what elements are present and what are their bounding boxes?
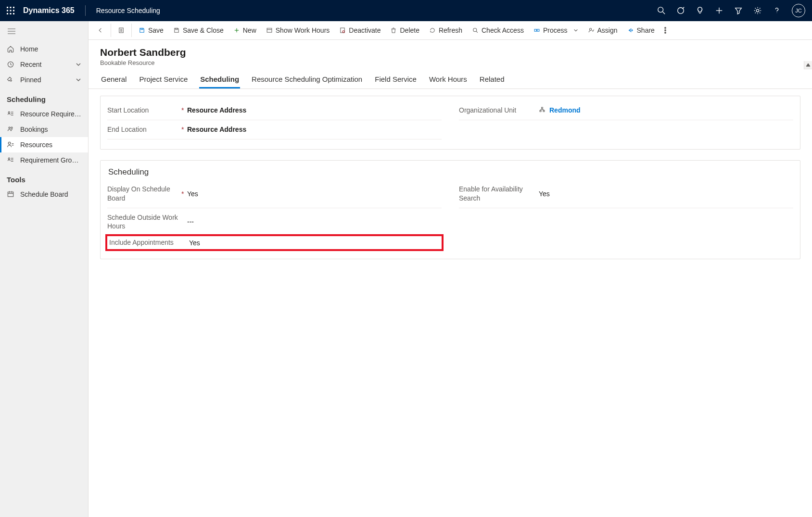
field-value[interactable]: Yes — [539, 190, 793, 198]
field-value[interactable]: --- — [187, 218, 442, 226]
org-unit-icon — [539, 106, 546, 114]
field-schedule-outside-work-hours[interactable]: Schedule Outside Work Hours --- — [107, 208, 442, 237]
field-value[interactable]: Yes — [189, 239, 440, 247]
field-value[interactable]: Redmond — [539, 106, 793, 114]
svg-rect-43 — [141, 28, 143, 30]
field-label: Start Location — [107, 106, 180, 115]
field-enable-availability-search[interactable]: Enable for Availability Search Yes — [459, 180, 793, 208]
save-button[interactable]: Save — [134, 24, 168, 37]
separator — [111, 24, 111, 37]
sidebar-label: Requirement Groups — [20, 156, 81, 164]
tab-field-service[interactable]: Field Service — [374, 72, 418, 88]
sidebar-item-resource-requirements[interactable]: Resource Requireme… — [0, 106, 88, 122]
filter-icon[interactable] — [734, 6, 743, 15]
tab-general[interactable]: General — [100, 72, 127, 88]
save-close-button[interactable]: Save & Close — [168, 24, 228, 37]
sidebar-label: Resource Requireme… — [20, 110, 81, 118]
sidebar-item-recent[interactable]: Recent — [0, 57, 88, 72]
svg-point-27 — [11, 127, 13, 128]
svg-point-60 — [665, 30, 666, 31]
cmd-label: Process — [543, 26, 568, 34]
field-label: Include Appointments — [109, 238, 182, 247]
tab-related[interactable]: Related — [479, 72, 506, 88]
field-value[interactable]: Resource Address — [187, 126, 442, 133]
help-icon[interactable] — [773, 6, 781, 15]
cmd-label: Deactivate — [349, 26, 381, 34]
svg-rect-1 — [10, 7, 12, 8]
tab-rso[interactable]: Resource Scheduling Optimization — [251, 72, 363, 88]
svg-point-50 — [343, 31, 344, 33]
record-title: Norbert Sandberg — [100, 47, 800, 58]
sidebar-label: Schedule Board — [20, 190, 81, 198]
field-value[interactable]: Yes — [187, 190, 442, 198]
sidebar-group-scheduling: Scheduling — [0, 88, 88, 106]
show-work-hours-button[interactable]: Show Work Hours — [261, 24, 335, 37]
tab-scheduling[interactable]: Scheduling — [199, 72, 240, 88]
new-button[interactable]: New — [228, 24, 261, 37]
svg-point-26 — [9, 127, 10, 128]
refresh-button[interactable]: Refresh — [424, 24, 467, 37]
sidebar-item-bookings[interactable]: Bookings — [0, 122, 88, 137]
sidebar-label: Pinned — [20, 76, 76, 84]
sidebar-label: Resources — [20, 141, 81, 149]
sidebar-item-pinned[interactable]: Pinned — [0, 72, 88, 88]
app-name[interactable]: Resource Scheduling — [96, 7, 160, 14]
delete-button[interactable]: Delete — [385, 24, 424, 37]
avatar[interactable]: JC — [792, 4, 805, 17]
svg-rect-35 — [8, 192, 13, 197]
sidebar-item-resources[interactable]: Resources — [0, 137, 88, 152]
brand-text[interactable]: Dynamics 365 — [23, 6, 75, 15]
shell: Home Recent Pinned Scheduling Resource R… — [0, 21, 812, 517]
form-content: Start Location * Resource Address End Lo… — [89, 89, 812, 517]
svg-point-58 — [589, 28, 591, 30]
hamburger-icon[interactable] — [0, 21, 88, 41]
target-icon[interactable] — [676, 6, 685, 15]
field-include-appointments[interactable]: Include Appointments Yes — [105, 234, 444, 251]
field-start-location[interactable]: Start Location * Resource Address — [107, 101, 442, 120]
cmd-label: Show Work Hours — [276, 26, 330, 34]
sidebar-item-home[interactable]: Home — [0, 41, 88, 57]
svg-point-9 — [658, 7, 663, 13]
required-indicator: * — [180, 106, 187, 114]
svg-rect-3 — [7, 10, 8, 12]
svg-rect-47 — [267, 28, 272, 32]
scroll-up-hint[interactable] — [804, 61, 812, 69]
record-subtitle: Bookable Resource — [100, 59, 800, 66]
chevron-down-icon — [76, 62, 81, 67]
field-end-location[interactable]: End Location * Resource Address — [107, 120, 442, 139]
deactivate-button[interactable]: Deactivate — [334, 24, 385, 37]
share-button[interactable]: Share — [622, 24, 660, 37]
field-label: Organizational Unit — [459, 106, 532, 115]
assign-button[interactable]: Assign — [583, 24, 622, 37]
section-scheduling: Scheduling Display On Schedule Board * Y… — [100, 160, 800, 259]
field-label: End Location — [107, 125, 180, 134]
svg-point-61 — [665, 32, 666, 33]
svg-rect-63 — [542, 107, 543, 109]
divider — [85, 5, 86, 16]
back-button[interactable] — [92, 24, 109, 37]
search-icon[interactable] — [657, 6, 666, 15]
svg-rect-7 — [10, 13, 12, 14]
topbar: Dynamics 365 Resource Scheduling JC — [0, 0, 812, 21]
form-selector-button[interactable] — [113, 24, 129, 37]
app-launcher-icon[interactable] — [7, 7, 14, 14]
sidebar-item-schedule-board[interactable]: Schedule Board — [0, 187, 88, 202]
process-button[interactable]: Process — [529, 24, 583, 37]
field-display-on-schedule-board[interactable]: Display On Schedule Board * Yes — [107, 180, 442, 208]
gear-icon[interactable] — [753, 6, 762, 15]
svg-point-53 — [473, 28, 477, 32]
plus-icon[interactable] — [715, 6, 723, 15]
sidebar: Home Recent Pinned Scheduling Resource R… — [0, 21, 89, 517]
more-commands-button[interactable] — [660, 24, 671, 37]
org-unit-link[interactable]: Redmond — [549, 106, 581, 114]
tab-project-service[interactable]: Project Service — [138, 72, 189, 88]
field-organizational-unit[interactable]: Organizational Unit Redmond — [459, 101, 793, 120]
lightbulb-icon[interactable] — [696, 6, 704, 15]
svg-rect-0 — [7, 7, 8, 8]
tab-work-hours[interactable]: Work Hours — [428, 72, 468, 88]
check-access-button[interactable]: Check Access — [467, 24, 529, 37]
cmd-label: Check Access — [482, 26, 524, 34]
svg-rect-65 — [543, 110, 545, 112]
field-value[interactable]: Resource Address — [187, 106, 442, 114]
sidebar-item-requirement-groups[interactable]: Requirement Groups — [0, 152, 88, 168]
